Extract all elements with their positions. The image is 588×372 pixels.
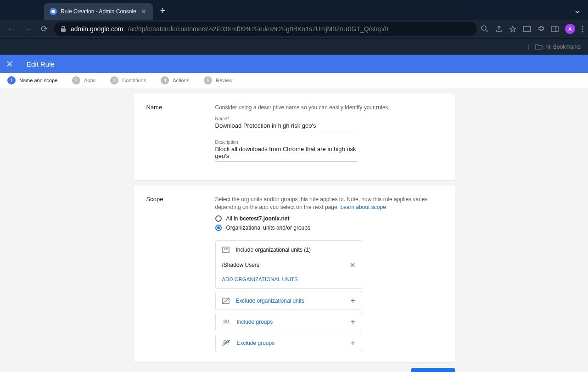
omnibox[interactable]: admin.google.com/ac/dp/createrule/custom… — [54, 22, 477, 36]
svg-rect-9 — [223, 247, 229, 253]
step-review[interactable]: 5Review — [204, 76, 232, 85]
radio-all-prefix: All in — [226, 215, 240, 222]
group-off-icon — [222, 340, 230, 346]
exclude-groups-label: Exclude groups — [237, 340, 275, 346]
step-apps[interactable]: 2Apps — [72, 76, 95, 85]
include-groups-label: Include groups — [237, 319, 273, 325]
exclude-groups-row[interactable]: Exclude groups + — [215, 334, 362, 352]
forward-icon[interactable]: → — [21, 24, 34, 34]
svg-rect-1 — [61, 28, 66, 32]
url-path: /ac/dp/createrule/customers%2F03trmf09%2… — [128, 25, 388, 33]
browser-tab-bar: Rule Creation - Admin Console + — [0, 0, 588, 20]
radio-all-domain-name: bcetest7.joonix.net — [240, 215, 290, 222]
lock-icon — [61, 26, 66, 32]
name-field-label: Name* — [215, 116, 442, 121]
name-hint: Consider using a descriptive name so you… — [215, 104, 442, 112]
profile-avatar[interactable]: A — [565, 24, 575, 34]
remove-ou-icon[interactable] — [350, 262, 355, 268]
svg-point-16 — [224, 320, 226, 322]
radio-ou-label: Organizational units and/or groups — [226, 225, 310, 231]
tab-dropdown-icon[interactable] — [574, 9, 581, 15]
radio-icon — [215, 225, 222, 231]
svg-point-17 — [226, 320, 229, 322]
back-icon[interactable]: ← — [5, 24, 17, 34]
scope-card: Scope Select the org units and/or groups… — [134, 186, 455, 363]
close-rule-icon[interactable] — [6, 61, 16, 67]
group-icon — [222, 319, 230, 325]
radio-icon — [215, 215, 222, 222]
url-host: admin.google.com — [71, 25, 123, 33]
include-ou-title: Include organizational units (1) — [236, 247, 311, 253]
button-row: CANCEL CONTINUE — [134, 368, 455, 372]
extensions-icon[interactable] — [538, 25, 545, 33]
section-scope-label: Scope — [146, 196, 215, 353]
radio-all-domain[interactable]: All in bcetest7.joonix.net — [215, 215, 442, 222]
cancel-button[interactable]: CANCEL — [371, 368, 405, 372]
include-ou-header: Include organizational units (1) — [216, 241, 362, 259]
app-header: Edit Rule — [0, 55, 588, 73]
org-unit-icon — [222, 246, 230, 254]
page-title: Edit Rule — [27, 60, 55, 68]
content-area: Name Consider using a descriptive name s… — [0, 88, 588, 372]
reload-icon[interactable]: ⟳ — [38, 24, 50, 34]
step-actions[interactable]: 4Actions — [161, 76, 189, 85]
step-conditions[interactable]: 3Conditions — [110, 76, 146, 85]
sidepanel-icon[interactable] — [551, 26, 559, 32]
org-unit-off-icon — [222, 297, 230, 304]
search-icon[interactable] — [481, 25, 489, 33]
desc-field-label: Description — [215, 140, 442, 145]
tab-favicon — [50, 8, 57, 15]
omnibox-bar: ← → ⟳ admin.google.com/ac/dp/createrule/… — [0, 20, 588, 38]
section-name-label: Name — [146, 104, 215, 170]
share-icon[interactable] — [495, 25, 503, 33]
svg-point-2 — [482, 26, 486, 30]
new-tab-button[interactable]: + — [160, 6, 166, 16]
stepper: 1Name and scope 2Apps 3Conditions 4Actio… — [0, 73, 588, 88]
svg-point-18 — [224, 341, 226, 343]
continue-button[interactable]: CONTINUE — [411, 368, 455, 372]
ou-item: /Shadow Users — [216, 259, 362, 271]
folder-icon — [535, 44, 543, 50]
svg-rect-4 — [552, 26, 558, 32]
learn-scope-link[interactable]: Learn about scope — [340, 204, 386, 210]
rule-name-input[interactable]: Download Protection in high risk geo's — [215, 122, 358, 131]
svg-line-15 — [223, 298, 229, 304]
ou-item-path: /Shadow Users — [222, 262, 259, 268]
scope-hint: Select the org units and/or groups this … — [215, 196, 442, 211]
tab-title: Rule Creation - Admin Console — [61, 8, 136, 15]
svg-point-6 — [582, 26, 583, 27]
svg-point-8 — [582, 31, 583, 33]
include-groups-row[interactable]: Include groups + — [215, 313, 362, 331]
plus-icon: + — [351, 339, 355, 347]
exclude-ou-row[interactable]: Exclude organizational units + — [215, 292, 362, 310]
cast-icon[interactable] — [523, 26, 531, 32]
browser-tab[interactable]: Rule Creation - Admin Console — [44, 3, 153, 20]
include-ou-box: Include organizational units (1) /Shadow… — [215, 240, 362, 289]
name-card: Name Consider using a descriptive name s… — [134, 94, 455, 180]
bookmark-icon[interactable] — [509, 25, 516, 33]
rule-desc-input[interactable]: Block all downloads from Chrome that are… — [215, 146, 358, 162]
step-name-scope[interactable]: 1Name and scope — [7, 76, 57, 85]
radio-ou-groups[interactable]: Organizational units and/or groups — [215, 225, 442, 231]
add-ou-link[interactable]: ADD ORGANIZATIONAL UNITS — [216, 271, 362, 288]
menu-icon[interactable] — [582, 25, 583, 33]
svg-point-0 — [51, 10, 55, 13]
plus-icon: + — [351, 318, 355, 326]
scope-hint-text: Select the org units and/or groups this … — [215, 196, 428, 210]
exclude-ou-label: Exclude organizational units — [236, 298, 304, 304]
close-icon[interactable] — [140, 8, 147, 15]
bookmarks-bar: | All Bookmarks — [0, 38, 588, 55]
plus-icon: + — [351, 297, 355, 305]
svg-point-7 — [582, 28, 583, 30]
all-bookmarks-link[interactable]: All Bookmarks — [545, 44, 581, 50]
svg-rect-3 — [523, 26, 531, 32]
